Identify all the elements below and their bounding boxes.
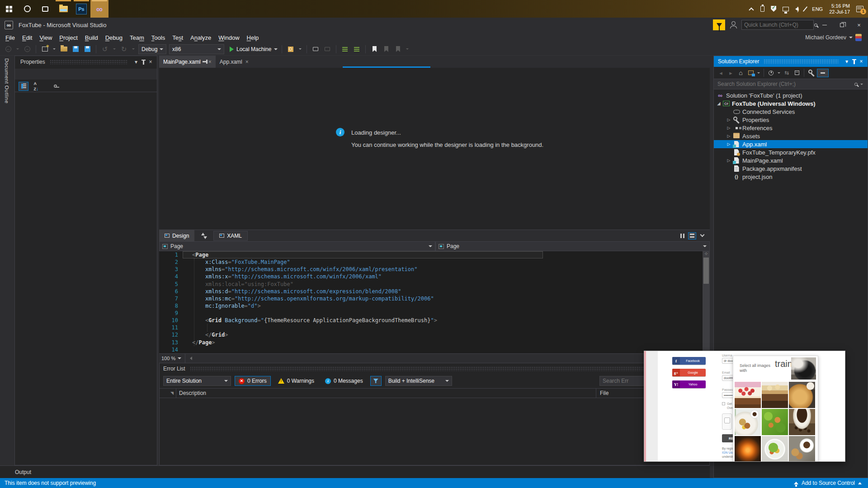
close-icon[interactable]: × — [208, 59, 212, 65]
tree-item-mainpage-xaml[interactable]: ▷MainPage.xaml — [714, 156, 868, 164]
yahoo-login-button[interactable]: Y!Yahoo — [672, 380, 706, 388]
code-line-2[interactable]: 2 x:Class="FoxTube.MainPage" — [159, 258, 710, 266]
filter-dropdown-icon[interactable] — [778, 72, 780, 74]
quick-launch-input[interactable] — [744, 22, 814, 28]
switch-views-dropdown-icon[interactable] — [757, 72, 760, 74]
expand-arrow-icon[interactable]: ▷ — [725, 117, 733, 122]
open-file-button[interactable] — [59, 44, 68, 54]
clock[interactable]: 5:16 PM 22-Jul-17 — [829, 3, 850, 15]
captcha-tile-pancakes-and-coffee[interactable] — [789, 382, 815, 408]
sort-column-header[interactable]: ◥ — [170, 391, 176, 395]
design-view-tab[interactable]: Design — [159, 230, 194, 241]
filter-button[interactable] — [370, 376, 382, 386]
tree-item-foxtube-temporarykey-pfx[interactable]: FoxTube_TemporaryKey.pfx — [714, 148, 868, 156]
pending-changes-filter-button[interactable] — [767, 69, 775, 77]
properties-title-bar[interactable]: Properties ▾ × — [15, 56, 157, 68]
sync-with-active-document-button[interactable]: ⇆ — [783, 69, 791, 77]
source-filter-combo[interactable]: Build + IntelliSense — [385, 376, 452, 386]
google-login-button[interactable]: g+Google — [672, 369, 706, 376]
tree-item-app-xaml[interactable]: ▷App.xaml — [714, 140, 868, 148]
code-line-11[interactable]: 11 — [159, 324, 710, 331]
scroll-left-arrow-icon[interactable] — [190, 357, 192, 360]
captcha-tile-coffee-beans[interactable] — [789, 409, 815, 435]
error-list-title-bar[interactable]: Error List — [160, 363, 709, 374]
tree-item-project-json[interactable]: project.json — [714, 173, 868, 181]
code-line-14[interactable]: 14 — [159, 346, 710, 353]
tree-item-solution-foxtube-1-project[interactable]: Solution 'FoxTube' (1 project) — [714, 91, 868, 99]
captcha-tile-breakfast-plate[interactable] — [735, 409, 761, 435]
property-pages-button[interactable] — [50, 82, 60, 91]
code-line-4[interactable]: 4 xmlns:x="http://schemas.microsoft.com/… — [159, 273, 710, 280]
tab-mainpage-xaml[interactable]: MainPage.xaml × — [159, 56, 216, 68]
code-line-12[interactable]: 12 </Grid> — [159, 331, 710, 338]
description-column-header[interactable]: Description — [176, 390, 596, 396]
tray-chevron-icon[interactable] — [749, 7, 754, 12]
xaml-designer-surface[interactable]: i Loading designer... You can continue w… — [159, 68, 710, 230]
file-column-header[interactable]: File — [596, 390, 609, 396]
pin-icon[interactable] — [140, 58, 147, 66]
navigate-back-button[interactable]: ← — [4, 44, 13, 54]
messages-toggle-button[interactable]: i 0 Messages — [321, 376, 367, 386]
close-button[interactable]: × — [853, 19, 865, 30]
code-line-5[interactable]: 5 xmlns:local="using:FoxTube" — [159, 281, 710, 288]
horizontal-split-button[interactable] — [688, 232, 696, 239]
menu-help[interactable]: Help — [243, 33, 263, 42]
save-button[interactable] — [71, 44, 80, 54]
find-dropdown-icon[interactable] — [299, 48, 302, 50]
bookmark-dropdown-icon[interactable] — [406, 48, 409, 50]
errors-toggle-button[interactable]: ✕ 0 Errors — [235, 376, 271, 386]
redo-dropdown-icon[interactable] — [132, 48, 135, 50]
window-position-dropdown-icon[interactable]: ▾ — [132, 58, 140, 66]
pin-icon[interactable] — [850, 58, 858, 65]
window-position-dropdown-icon[interactable]: ▾ — [843, 58, 850, 65]
start-button[interactable] — [0, 0, 18, 18]
alphabetical-sort-button[interactable]: AZ — [31, 82, 41, 91]
file-explorer-button[interactable] — [54, 0, 72, 18]
xaml-view-tab[interactable]: XAML — [213, 231, 248, 241]
recaptcha-checkbox-widget[interactable] — [722, 413, 732, 430]
scope-filter-combo[interactable]: Entire Solution — [163, 376, 231, 386]
facebook-login-button[interactable]: fFacebook — [672, 357, 706, 365]
captcha-tile-dessert-trifle[interactable] — [762, 382, 788, 408]
minimize-button[interactable] — [818, 19, 831, 30]
sign-in-person-icon[interactable] — [730, 21, 737, 28]
home-button[interactable]: ⌂ — [736, 69, 745, 77]
code-line-13[interactable]: 13</Page> — [159, 339, 710, 346]
solution-explorer-title-bar[interactable]: Solution Explorer ▾ × — [714, 56, 868, 67]
menu-project[interactable]: Project — [56, 33, 81, 42]
code-line-9[interactable]: 9 — [159, 310, 710, 317]
next-bookmark-button[interactable] — [393, 44, 402, 54]
signed-in-user[interactable]: Michael Gordeev — [805, 34, 868, 41]
menu-analyze[interactable]: Analyze — [187, 33, 215, 42]
usb-device-icon[interactable] — [760, 6, 764, 12]
configuration-combo[interactable]: Debug — [138, 44, 166, 54]
task-view-button[interactable] — [36, 0, 54, 18]
collapse-all-button[interactable] — [793, 69, 801, 77]
comment-button[interactable] — [311, 44, 320, 54]
photoshop-button[interactable] — [72, 0, 90, 18]
add-to-source-control-button[interactable]: Add to Source Control — [794, 480, 863, 486]
newsletter-checkbox[interactable] — [722, 402, 725, 405]
close-icon[interactable]: × — [245, 59, 249, 65]
menu-tools[interactable]: Tools — [148, 33, 169, 42]
captcha-tile-coffee-and-cookies[interactable] — [789, 436, 815, 462]
warnings-toggle-button[interactable]: 0 Warnings — [274, 376, 318, 386]
platform-combo[interactable]: x86 — [169, 44, 224, 54]
back-button[interactable]: ◂ — [717, 69, 725, 77]
menu-test[interactable]: Test — [169, 33, 187, 42]
undo-dropdown-icon[interactable] — [113, 48, 116, 50]
menu-debug[interactable]: Debug — [102, 33, 126, 42]
collapse-arrow-icon[interactable]: ◢ — [715, 101, 723, 106]
increase-indent-button[interactable] — [352, 44, 361, 54]
tree-item-properties[interactable]: ▷Properties — [714, 116, 868, 124]
code-line-8[interactable]: 8 mc:Ignorable="d"> — [159, 302, 710, 310]
redo-button[interactable]: ↻ — [119, 44, 128, 54]
uncomment-button[interactable] — [323, 44, 332, 54]
volume-icon[interactable] — [795, 7, 798, 11]
visual-studio-taskbar-button[interactable] — [90, 0, 108, 18]
undo-button[interactable]: ↺ — [100, 44, 109, 54]
menu-window[interactable]: Window — [215, 33, 243, 42]
pin-icon[interactable] — [203, 61, 207, 62]
navigate-forward-button[interactable]: → — [23, 44, 32, 54]
properties-button[interactable] — [807, 69, 816, 77]
